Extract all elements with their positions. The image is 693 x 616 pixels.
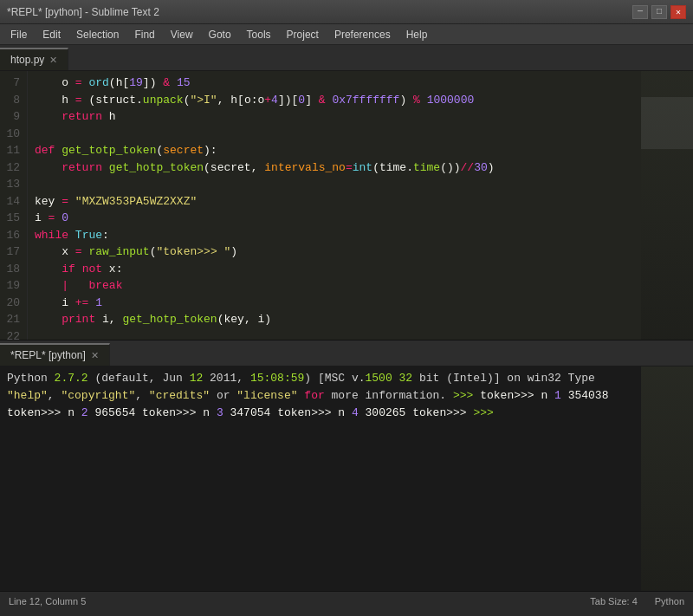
menu-edit[interactable]: Edit <box>36 27 68 42</box>
tab-bar-bottom: *REPL* [python] ✕ <box>0 340 693 366</box>
title-bar: *REPL* [python] - Sublime Text 2 ─ □ ✕ <box>0 0 693 24</box>
tab-filename: htop.py <box>10 54 44 66</box>
menu-help[interactable]: Help <box>399 27 435 42</box>
window-controls: ─ □ ✕ <box>632 5 686 19</box>
editor-content-top: 78910111213141516171819202122 o = ord(h[… <box>0 71 693 340</box>
status-bar: Line 12, Column 5 Tab Size: 4 Python <box>0 591 693 610</box>
tab-repl-filename: *REPL* [python] <box>10 349 86 361</box>
menu-tools[interactable]: Tools <box>240 27 278 42</box>
menu-file[interactable]: File <box>3 27 34 42</box>
window-title: *REPL* [python] - Sublime Text 2 <box>7 6 159 18</box>
tab-bar-top: htop.py ✕ <box>0 45 693 71</box>
menu-preferences[interactable]: Preferences <box>327 27 398 42</box>
minimize-button[interactable]: ─ <box>632 5 648 19</box>
syntax-label: Python <box>655 596 684 606</box>
menu-find[interactable]: Find <box>127 27 161 42</box>
tab-size: Tab Size: 4 <box>590 596 637 606</box>
tab-repl[interactable]: *REPL* [python] ✕ <box>0 343 110 366</box>
editor-pane-bottom: *REPL* [python] ✕ Python 2.7.2 (default,… <box>0 340 693 591</box>
minimap-bottom <box>641 366 693 591</box>
tab-repl-close[interactable]: ✕ <box>91 350 99 361</box>
menu-goto[interactable]: Goto <box>202 27 238 42</box>
line-numbers: 78910111213141516171819202122 <box>0 71 28 340</box>
maximize-button[interactable]: □ <box>651 5 667 19</box>
menu-project[interactable]: Project <box>280 27 326 42</box>
tab-close-button[interactable]: ✕ <box>49 55 57 66</box>
close-button[interactable]: ✕ <box>670 5 686 19</box>
code-editor[interactable]: o = ord(h[19]) & 15 h = (struct.unpack("… <box>28 71 641 340</box>
repl-output[interactable]: Python 2.7.2 (default, Jun 12 2011, 15:0… <box>0 366 641 591</box>
tab-htop[interactable]: htop.py ✕ <box>0 48 68 70</box>
menu-bar: File Edit Selection Find View Goto Tools… <box>0 24 693 45</box>
minimap-highlight <box>641 97 693 149</box>
editor-pane-top: htop.py ✕ 78910111213141516171819202122 … <box>0 45 693 340</box>
status-right: Tab Size: 4 Python <box>590 596 684 606</box>
minimap-bottom-content <box>641 366 693 591</box>
menu-view[interactable]: View <box>164 27 200 42</box>
minimap-top <box>641 71 693 340</box>
cursor-position: Line 12, Column 5 <box>9 596 86 606</box>
menu-selection[interactable]: Selection <box>69 27 126 42</box>
status-left: Line 12, Column 5 <box>9 596 86 606</box>
